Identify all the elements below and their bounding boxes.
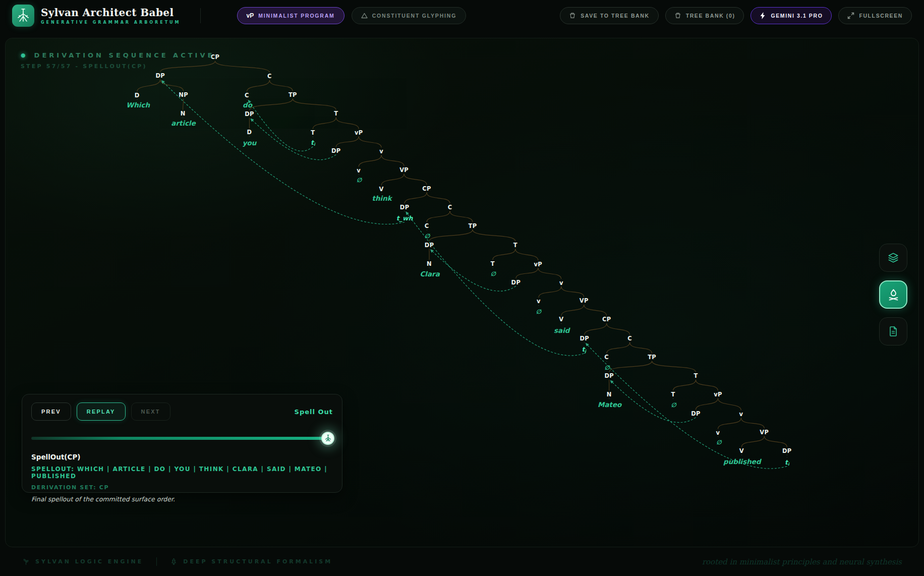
tree-node-wClara[interactable]: Clara <box>420 270 440 278</box>
tree-node-DPtj[interactable]: DP <box>580 335 589 342</box>
tree-node-T1[interactable]: T <box>334 110 338 117</box>
tree-node-NP1[interactable]: NP <box>179 91 188 98</box>
bonfire-tool-button[interactable] <box>879 280 907 309</box>
tree-node-wMateo[interactable]: Mateo <box>598 400 622 409</box>
tree-node-DPwh[interactable]: DP <box>400 204 410 211</box>
drop-Nc-wClara <box>429 267 430 269</box>
tree-node-wDo[interactable]: do <box>243 101 253 109</box>
drop-N1-wArticle <box>183 118 184 119</box>
tree-node-DPm[interactable]: DP <box>604 372 614 379</box>
tree-node-D1[interactable]: D <box>135 92 140 99</box>
tree-node-v1[interactable]: v <box>379 148 383 155</box>
tree-node-Vsd[interactable]: V <box>559 316 563 323</box>
tree-node-Nc[interactable]: N <box>427 260 432 267</box>
tree-node-Vpb[interactable]: V <box>739 447 744 454</box>
tree-node-tI1[interactable]: ti <box>311 139 316 147</box>
tree-node-wSaid[interactable]: said <box>554 326 571 334</box>
replay-button[interactable]: REPLAY <box>77 402 126 421</box>
fullscreen-label: FULLSCREEN <box>859 13 903 19</box>
tree-node-v2[interactable]: v <box>559 279 563 286</box>
derivation-slider[interactable] <box>31 432 333 445</box>
tree-node-T2[interactable]: T <box>513 242 517 249</box>
movement-arc-tWh-DP1 <box>162 81 405 224</box>
minimalist-program-pill[interactable]: vP MINIMALIST PROGRAM <box>237 7 344 24</box>
tree-node-Dy[interactable]: D <box>247 129 252 136</box>
tree-node-Ch1[interactable]: C <box>245 92 249 99</box>
campfire-icon <box>887 288 900 302</box>
tree-node-Nm[interactable]: N <box>607 391 612 398</box>
app-footer: SYLVAN LOGIC ENGINE DEEP STRUCTURAL FORM… <box>0 547 924 576</box>
save-to-tree-bank-button[interactable]: SAVE TO TREE BANK <box>560 7 659 24</box>
tree-bank-button[interactable]: TREE BANK (0) <box>665 7 744 24</box>
tree-node-TP2[interactable]: TP <box>469 222 477 229</box>
edge-CP2-DPwh <box>405 192 427 203</box>
model-selector-button[interactable]: GEMINI 3.1 PRO <box>750 7 832 24</box>
tree-node-nul6[interactable]: ∅ <box>671 401 677 409</box>
prev-step-button[interactable]: PREV <box>31 402 71 421</box>
tree-node-VP3[interactable]: VP <box>760 429 769 436</box>
tree-node-vh3[interactable]: v <box>716 429 720 436</box>
root-tree-icon <box>324 434 332 442</box>
tree-node-CP3[interactable]: CP <box>602 316 611 323</box>
tree-node-VP1[interactable]: VP <box>399 166 409 174</box>
report-tool-button[interactable] <box>879 317 907 345</box>
tree-node-vh2[interactable]: v <box>537 298 541 305</box>
tree-node-DPtm[interactable]: DP <box>691 410 701 417</box>
edge-T3-Th3 <box>673 380 696 391</box>
edge-C2-TP2 <box>450 211 473 222</box>
tree-node-Th3[interactable]: T <box>671 391 675 398</box>
fullscreen-button[interactable]: FULLSCREEN <box>838 7 912 24</box>
tree-node-TP1[interactable]: TP <box>288 91 297 98</box>
tree-node-Ch2[interactable]: C <box>425 222 429 229</box>
next-step-button[interactable]: NEXT <box>131 402 170 421</box>
slider-track[interactable] <box>31 437 333 440</box>
tree-node-tWh[interactable]: t_wh <box>396 214 414 222</box>
edge-C2-Ch2 <box>427 211 450 222</box>
save-to-tree-bank-label: SAVE TO TREE BANK <box>581 13 650 19</box>
tree-node-tJ[interactable]: tj <box>582 345 587 354</box>
tree-node-Th1[interactable]: T <box>311 129 315 136</box>
tree-node-T3[interactable]: T <box>694 372 698 379</box>
tree-node-VP2[interactable]: VP <box>580 297 589 304</box>
tree-node-vP1[interactable]: vP <box>355 129 363 136</box>
tree-node-wWhich[interactable]: Which <box>126 101 150 109</box>
tree-node-vP2[interactable]: vP <box>534 261 542 268</box>
edge-v3-VP3 <box>741 418 764 429</box>
tree-node-Ch3[interactable]: C <box>604 354 609 361</box>
tree-node-DPy[interactable]: DP <box>245 110 254 118</box>
edge-TP2-T2 <box>473 229 515 241</box>
layers-tool-button[interactable] <box>879 244 907 272</box>
tree-node-nul7[interactable]: ∅ <box>716 439 722 446</box>
tree-node-DPto[interactable]: DP <box>782 447 792 454</box>
tree-node-wYou[interactable]: you <box>243 139 257 147</box>
formalism-footer-item: DEEP STRUCTURAL FORMALISM <box>170 558 332 565</box>
tree-node-DPtc[interactable]: DP <box>511 279 521 286</box>
root-tree-icon <box>16 8 31 24</box>
tree-node-tI2[interactable]: ti <box>785 458 790 467</box>
vp-badge: vP <box>247 12 254 19</box>
tree-node-C3[interactable]: C <box>627 335 632 342</box>
tree-node-DP1[interactable]: DP <box>155 72 165 79</box>
tree-node-vh1[interactable]: v <box>357 167 361 174</box>
tree-node-wThink[interactable]: think <box>372 194 393 202</box>
slider-thumb[interactable] <box>321 432 334 445</box>
tree-node-wArticle[interactable]: article <box>171 119 196 127</box>
tree-node-C2[interactable]: C <box>448 204 452 211</box>
tree-node-nul1[interactable]: ∅ <box>357 177 363 184</box>
tree-node-v3[interactable]: v <box>739 411 743 418</box>
tree-node-N1[interactable]: N <box>181 110 186 117</box>
tree-node-DPty[interactable]: DP <box>331 147 341 154</box>
tree-node-CP2[interactable]: CP <box>422 185 431 192</box>
tree-node-nul4[interactable]: ∅ <box>536 308 542 315</box>
tree-node-Vth[interactable]: V <box>379 186 384 193</box>
tree-node-nul5[interactable]: ∅ <box>605 364 611 371</box>
tree-node-nul2[interactable]: ∅ <box>425 233 431 240</box>
tree-node-vP3[interactable]: vP <box>714 391 722 398</box>
tree-node-DPc[interactable]: DP <box>425 242 434 249</box>
tree-node-C1[interactable]: C <box>267 73 272 80</box>
tree-node-Th2[interactable]: T <box>491 260 495 267</box>
constituent-glyphing-pill[interactable]: CONSTITUENT GLYPHING <box>352 7 466 24</box>
tree-node-TP3[interactable]: TP <box>648 354 656 361</box>
tree-node-nul3[interactable]: ∅ <box>491 270 497 277</box>
tree-node-wPub[interactable]: published <box>723 457 762 466</box>
